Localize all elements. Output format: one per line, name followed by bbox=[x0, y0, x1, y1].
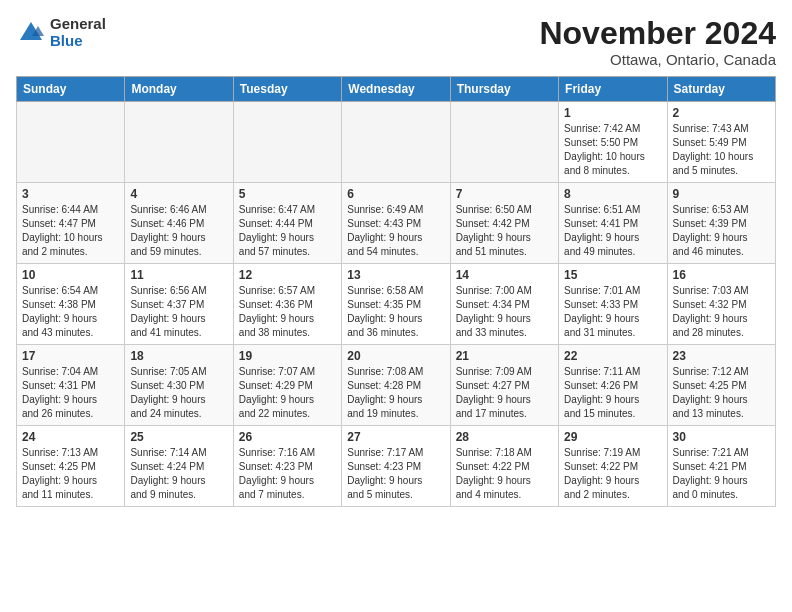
day-info: Sunrise: 6:58 AM Sunset: 4:35 PM Dayligh… bbox=[347, 284, 444, 340]
day-number: 11 bbox=[130, 268, 227, 282]
day-info: Sunrise: 7:17 AM Sunset: 4:23 PM Dayligh… bbox=[347, 446, 444, 502]
calendar-week-1: 1Sunrise: 7:42 AM Sunset: 5:50 PM Daylig… bbox=[17, 102, 776, 183]
day-info: Sunrise: 7:07 AM Sunset: 4:29 PM Dayligh… bbox=[239, 365, 336, 421]
weekday-header-wednesday: Wednesday bbox=[342, 77, 450, 102]
calendar-day: 23Sunrise: 7:12 AM Sunset: 4:25 PM Dayli… bbox=[667, 345, 775, 426]
calendar-day: 27Sunrise: 7:17 AM Sunset: 4:23 PM Dayli… bbox=[342, 426, 450, 507]
weekday-header-saturday: Saturday bbox=[667, 77, 775, 102]
calendar-day: 18Sunrise: 7:05 AM Sunset: 4:30 PM Dayli… bbox=[125, 345, 233, 426]
day-info: Sunrise: 6:54 AM Sunset: 4:38 PM Dayligh… bbox=[22, 284, 119, 340]
day-number: 28 bbox=[456, 430, 553, 444]
calendar-day bbox=[342, 102, 450, 183]
logo-icon bbox=[16, 18, 46, 48]
day-info: Sunrise: 6:51 AM Sunset: 4:41 PM Dayligh… bbox=[564, 203, 661, 259]
calendar-day: 24Sunrise: 7:13 AM Sunset: 4:25 PM Dayli… bbox=[17, 426, 125, 507]
day-info: Sunrise: 6:47 AM Sunset: 4:44 PM Dayligh… bbox=[239, 203, 336, 259]
calendar-day: 11Sunrise: 6:56 AM Sunset: 4:37 PM Dayli… bbox=[125, 264, 233, 345]
title-block: November 2024 Ottawa, Ontario, Canada bbox=[539, 16, 776, 68]
day-number: 27 bbox=[347, 430, 444, 444]
calendar-day: 20Sunrise: 7:08 AM Sunset: 4:28 PM Dayli… bbox=[342, 345, 450, 426]
calendar-day: 2Sunrise: 7:43 AM Sunset: 5:49 PM Daylig… bbox=[667, 102, 775, 183]
weekday-header-monday: Monday bbox=[125, 77, 233, 102]
calendar-week-2: 3Sunrise: 6:44 AM Sunset: 4:47 PM Daylig… bbox=[17, 183, 776, 264]
day-number: 4 bbox=[130, 187, 227, 201]
calendar-day: 9Sunrise: 6:53 AM Sunset: 4:39 PM Daylig… bbox=[667, 183, 775, 264]
day-number: 12 bbox=[239, 268, 336, 282]
day-info: Sunrise: 7:16 AM Sunset: 4:23 PM Dayligh… bbox=[239, 446, 336, 502]
day-number: 1 bbox=[564, 106, 661, 120]
day-info: Sunrise: 6:56 AM Sunset: 4:37 PM Dayligh… bbox=[130, 284, 227, 340]
day-info: Sunrise: 7:14 AM Sunset: 4:24 PM Dayligh… bbox=[130, 446, 227, 502]
weekday-header-friday: Friday bbox=[559, 77, 667, 102]
day-number: 3 bbox=[22, 187, 119, 201]
weekday-header-tuesday: Tuesday bbox=[233, 77, 341, 102]
calendar-day: 14Sunrise: 7:00 AM Sunset: 4:34 PM Dayli… bbox=[450, 264, 558, 345]
day-number: 14 bbox=[456, 268, 553, 282]
calendar-day: 12Sunrise: 6:57 AM Sunset: 4:36 PM Dayli… bbox=[233, 264, 341, 345]
day-number: 16 bbox=[673, 268, 770, 282]
logo-general: General bbox=[50, 16, 106, 33]
day-info: Sunrise: 7:11 AM Sunset: 4:26 PM Dayligh… bbox=[564, 365, 661, 421]
day-number: 29 bbox=[564, 430, 661, 444]
day-info: Sunrise: 6:57 AM Sunset: 4:36 PM Dayligh… bbox=[239, 284, 336, 340]
logo-blue: Blue bbox=[50, 33, 106, 50]
day-info: Sunrise: 7:01 AM Sunset: 4:33 PM Dayligh… bbox=[564, 284, 661, 340]
day-info: Sunrise: 6:46 AM Sunset: 4:46 PM Dayligh… bbox=[130, 203, 227, 259]
day-info: Sunrise: 7:04 AM Sunset: 4:31 PM Dayligh… bbox=[22, 365, 119, 421]
day-info: Sunrise: 7:43 AM Sunset: 5:49 PM Dayligh… bbox=[673, 122, 770, 178]
day-info: Sunrise: 7:19 AM Sunset: 4:22 PM Dayligh… bbox=[564, 446, 661, 502]
day-info: Sunrise: 7:08 AM Sunset: 4:28 PM Dayligh… bbox=[347, 365, 444, 421]
calendar-day: 1Sunrise: 7:42 AM Sunset: 5:50 PM Daylig… bbox=[559, 102, 667, 183]
day-info: Sunrise: 7:13 AM Sunset: 4:25 PM Dayligh… bbox=[22, 446, 119, 502]
day-number: 25 bbox=[130, 430, 227, 444]
calendar-day: 19Sunrise: 7:07 AM Sunset: 4:29 PM Dayli… bbox=[233, 345, 341, 426]
day-info: Sunrise: 6:49 AM Sunset: 4:43 PM Dayligh… bbox=[347, 203, 444, 259]
weekday-header-row: SundayMondayTuesdayWednesdayThursdayFrid… bbox=[17, 77, 776, 102]
day-info: Sunrise: 7:12 AM Sunset: 4:25 PM Dayligh… bbox=[673, 365, 770, 421]
calendar-day: 28Sunrise: 7:18 AM Sunset: 4:22 PM Dayli… bbox=[450, 426, 558, 507]
day-number: 5 bbox=[239, 187, 336, 201]
logo-text: General Blue bbox=[50, 16, 106, 49]
day-number: 18 bbox=[130, 349, 227, 363]
day-info: Sunrise: 7:00 AM Sunset: 4:34 PM Dayligh… bbox=[456, 284, 553, 340]
logo: General Blue bbox=[16, 16, 106, 49]
day-info: Sunrise: 7:09 AM Sunset: 4:27 PM Dayligh… bbox=[456, 365, 553, 421]
calendar-day: 5Sunrise: 6:47 AM Sunset: 4:44 PM Daylig… bbox=[233, 183, 341, 264]
weekday-header-thursday: Thursday bbox=[450, 77, 558, 102]
calendar-day: 22Sunrise: 7:11 AM Sunset: 4:26 PM Dayli… bbox=[559, 345, 667, 426]
calendar: SundayMondayTuesdayWednesdayThursdayFrid… bbox=[16, 76, 776, 507]
day-number: 9 bbox=[673, 187, 770, 201]
day-number: 24 bbox=[22, 430, 119, 444]
day-number: 8 bbox=[564, 187, 661, 201]
location: Ottawa, Ontario, Canada bbox=[539, 51, 776, 68]
calendar-day: 6Sunrise: 6:49 AM Sunset: 4:43 PM Daylig… bbox=[342, 183, 450, 264]
day-number: 13 bbox=[347, 268, 444, 282]
calendar-day: 13Sunrise: 6:58 AM Sunset: 4:35 PM Dayli… bbox=[342, 264, 450, 345]
day-number: 26 bbox=[239, 430, 336, 444]
day-info: Sunrise: 7:42 AM Sunset: 5:50 PM Dayligh… bbox=[564, 122, 661, 178]
calendar-day: 10Sunrise: 6:54 AM Sunset: 4:38 PM Dayli… bbox=[17, 264, 125, 345]
calendar-day: 7Sunrise: 6:50 AM Sunset: 4:42 PM Daylig… bbox=[450, 183, 558, 264]
calendar-week-3: 10Sunrise: 6:54 AM Sunset: 4:38 PM Dayli… bbox=[17, 264, 776, 345]
day-number: 19 bbox=[239, 349, 336, 363]
day-number: 17 bbox=[22, 349, 119, 363]
calendar-day: 26Sunrise: 7:16 AM Sunset: 4:23 PM Dayli… bbox=[233, 426, 341, 507]
day-info: Sunrise: 6:50 AM Sunset: 4:42 PM Dayligh… bbox=[456, 203, 553, 259]
calendar-day bbox=[450, 102, 558, 183]
day-number: 2 bbox=[673, 106, 770, 120]
day-info: Sunrise: 7:05 AM Sunset: 4:30 PM Dayligh… bbox=[130, 365, 227, 421]
day-number: 15 bbox=[564, 268, 661, 282]
page-header: General Blue November 2024 Ottawa, Ontar… bbox=[16, 16, 776, 68]
day-info: Sunrise: 6:53 AM Sunset: 4:39 PM Dayligh… bbox=[673, 203, 770, 259]
calendar-day: 8Sunrise: 6:51 AM Sunset: 4:41 PM Daylig… bbox=[559, 183, 667, 264]
calendar-week-4: 17Sunrise: 7:04 AM Sunset: 4:31 PM Dayli… bbox=[17, 345, 776, 426]
day-info: Sunrise: 7:18 AM Sunset: 4:22 PM Dayligh… bbox=[456, 446, 553, 502]
day-number: 30 bbox=[673, 430, 770, 444]
calendar-day bbox=[233, 102, 341, 183]
day-info: Sunrise: 7:21 AM Sunset: 4:21 PM Dayligh… bbox=[673, 446, 770, 502]
calendar-day bbox=[17, 102, 125, 183]
day-number: 7 bbox=[456, 187, 553, 201]
day-number: 10 bbox=[22, 268, 119, 282]
calendar-day bbox=[125, 102, 233, 183]
day-number: 22 bbox=[564, 349, 661, 363]
